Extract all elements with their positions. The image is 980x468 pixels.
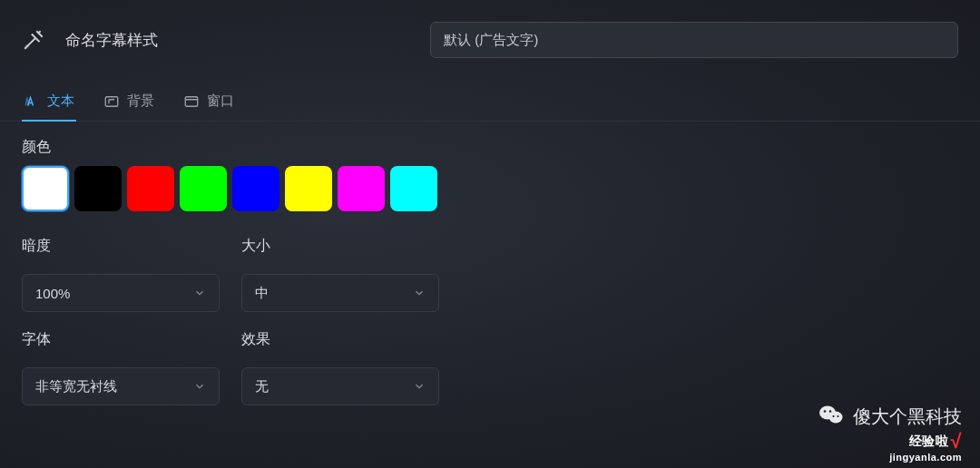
effect-group: 效果 无 [241, 330, 439, 405]
opacity-select[interactable]: 100% [22, 274, 220, 312]
svg-rect-0 [105, 96, 118, 106]
opacity-value: 100% [35, 286, 70, 301]
chevron-down-icon [413, 380, 426, 393]
tab-background[interactable]: 背景 [102, 83, 156, 121]
watermark-text-1: 傻大个黑科技 [853, 405, 962, 429]
tab-background-label: 背景 [127, 93, 154, 110]
watermark: 傻大个黑科技 经验啦 √ jingyanla.com [818, 404, 962, 463]
background-icon [103, 93, 120, 110]
color-swatch-0[interactable] [22, 166, 69, 211]
controls-row-2: 字体 非等宽无衬线 效果 无 [22, 330, 958, 405]
watermark-domain-row: jingyanla.com [818, 452, 962, 463]
chevron-down-icon [193, 287, 206, 299]
color-swatch-5[interactable] [285, 166, 332, 211]
tabs: 文本 背景 窗口 [0, 76, 980, 122]
size-value: 中 [255, 285, 269, 302]
color-swatches [22, 166, 958, 211]
color-swatch-7[interactable] [390, 166, 437, 211]
opacity-label: 暗度 [22, 237, 220, 256]
watermark-line1: 傻大个黑科技 [818, 404, 962, 430]
size-label: 大小 [241, 237, 439, 256]
font-label: 字体 [22, 330, 220, 349]
style-name-input[interactable] [430, 22, 958, 58]
chevron-down-icon [193, 380, 206, 393]
watermark-prefix: 经验啦 [909, 434, 949, 450]
svg-point-4 [829, 412, 843, 424]
svg-point-7 [832, 415, 834, 417]
color-swatch-2[interactable] [127, 166, 174, 211]
color-label: 颜色 [22, 138, 958, 157]
tab-text[interactable]: 文本 [22, 83, 76, 121]
check-icon: √ [950, 430, 962, 453]
svg-rect-1 [185, 96, 198, 106]
effect-label: 效果 [241, 330, 439, 349]
color-swatch-3[interactable] [180, 166, 227, 211]
text-icon [24, 93, 40, 110]
wechat-icon [818, 404, 844, 430]
tab-window[interactable]: 窗口 [181, 83, 236, 121]
font-group: 字体 非等宽无衬线 [22, 330, 220, 405]
effect-select[interactable]: 无 [241, 367, 439, 405]
font-select[interactable]: 非等宽无衬线 [22, 367, 220, 405]
watermark-line2: 经验啦 √ [818, 430, 962, 453]
size-select[interactable]: 中 [241, 274, 439, 312]
watermark-domain: jingyanla.com [889, 452, 962, 463]
controls-row-1: 暗度 100% 大小 中 [22, 237, 958, 312]
tab-text-label: 文本 [47, 93, 74, 110]
window-icon [183, 93, 200, 110]
color-swatch-4[interactable] [232, 166, 279, 211]
size-group: 大小 中 [241, 237, 439, 312]
opacity-group: 暗度 100% [22, 237, 220, 312]
style-icon [22, 28, 45, 52]
tab-window-label: 窗口 [207, 93, 234, 110]
content: 颜色 暗度 100% 大小 中 字体 非等宽无衬线 效果 [0, 122, 980, 440]
chevron-down-icon [413, 287, 426, 299]
svg-point-8 [837, 415, 838, 417]
font-value: 非等宽无衬线 [35, 378, 117, 395]
header: 命名字幕样式 [0, 0, 980, 76]
effect-value: 无 [255, 378, 269, 395]
color-swatch-1[interactable] [74, 166, 122, 211]
color-swatch-6[interactable] [338, 166, 385, 211]
svg-point-6 [829, 410, 832, 413]
header-title: 命名字幕样式 [65, 30, 158, 51]
svg-point-5 [824, 410, 827, 413]
